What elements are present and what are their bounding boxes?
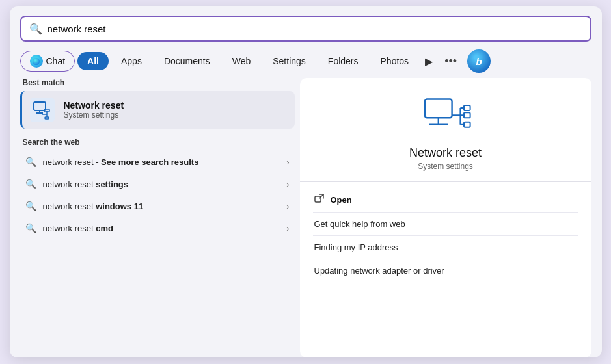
tab-apps-label: Apps xyxy=(121,56,142,66)
web-item-0[interactable]: 🔍 network reset - See more search result… xyxy=(20,151,295,173)
tab-photos-label: Photos xyxy=(381,56,409,66)
web-item-1[interactable]: 🔍 network reset settings › xyxy=(20,173,295,195)
tab-apps[interactable]: Apps xyxy=(111,52,152,70)
svg-rect-19 xyxy=(464,122,470,127)
search-panel: 🔍 Chat All Apps Documents Web Se xyxy=(10,6,602,358)
detail-title: Network reset xyxy=(409,146,482,160)
tab-folders-label: Folders xyxy=(328,56,359,66)
web-item-3[interactable]: 🔍 network reset cmd › xyxy=(20,217,295,239)
tab-all[interactable]: All xyxy=(77,52,109,70)
external-link-icon xyxy=(314,194,324,205)
tab-photos[interactable]: Photos xyxy=(371,52,419,70)
web-item-text-1: network reset settings xyxy=(43,179,129,189)
tab-settings-label: Settings xyxy=(273,56,306,66)
best-match-icon xyxy=(30,98,55,122)
svg-point-0 xyxy=(33,57,40,64)
web-item-arrow-1: › xyxy=(286,179,289,189)
action-findip[interactable]: Finding my IP address xyxy=(313,236,578,259)
action-open-label: Open xyxy=(331,195,352,205)
play-button[interactable]: ▶ xyxy=(421,52,437,71)
action-quickhelp-label: Get quick help from web xyxy=(314,219,405,229)
web-item-text-0: network reset - See more search results xyxy=(43,157,199,167)
svg-rect-17 xyxy=(464,105,470,110)
detail-header: Network reset System settings xyxy=(300,78,591,182)
svg-rect-18 xyxy=(464,112,470,118)
content-row: Best match xyxy=(20,78,591,358)
svg-rect-9 xyxy=(425,99,452,118)
search-web-icon-3: 🔍 xyxy=(25,223,36,233)
action-quickhelp[interactable]: Get quick help from web xyxy=(313,213,578,236)
tabs-row: Chat All Apps Documents Web Settings Fol… xyxy=(20,49,591,73)
web-item-arrow-0: › xyxy=(286,157,289,167)
action-findip-label: Finding my IP address xyxy=(314,242,398,252)
web-item-text-3: network reset cmd xyxy=(43,224,113,233)
detail-actions: Open Get quick help from web Finding my … xyxy=(300,187,591,282)
tab-web[interactable]: Web xyxy=(223,52,261,70)
action-open[interactable]: Open xyxy=(313,187,578,213)
best-match-label: Best match xyxy=(20,78,295,87)
right-pane: Network reset System settings Open Get xyxy=(300,78,591,358)
web-item-text-2: network reset windows 11 xyxy=(43,202,144,211)
web-items: 🔍 network reset - See more search result… xyxy=(20,151,295,239)
best-match-text: Network reset System settings xyxy=(64,100,124,120)
web-item-2[interactable]: 🔍 network reset windows 11 › xyxy=(20,195,295,217)
tab-documents-label: Documents xyxy=(164,56,210,66)
search-bar-row: 🔍 xyxy=(20,16,591,42)
left-pane: Best match xyxy=(20,78,300,358)
search-web-icon-2: 🔍 xyxy=(25,201,36,211)
tab-folders[interactable]: Folders xyxy=(318,52,368,70)
action-updateadapter[interactable]: Updating network adapter or driver xyxy=(313,259,578,282)
chat-icon xyxy=(30,55,43,68)
bing-button[interactable]: b xyxy=(467,49,491,73)
bing-icon: b xyxy=(476,56,482,67)
tab-documents[interactable]: Documents xyxy=(154,52,220,70)
svg-rect-6 xyxy=(45,117,49,119)
search-bar: 🔍 xyxy=(20,16,591,42)
best-match-item[interactable]: Network reset System settings xyxy=(20,91,295,129)
search-input[interactable] xyxy=(48,23,582,34)
tab-chat-label: Chat xyxy=(46,56,66,66)
search-web-icon-0: 🔍 xyxy=(25,157,36,167)
search-icon: 🔍 xyxy=(29,23,42,35)
tab-all-label: All xyxy=(87,56,99,66)
search-web-icon-1: 🔍 xyxy=(25,179,36,189)
action-updateadapter-label: Updating network adapter or driver xyxy=(314,266,444,276)
best-match-subtitle: System settings xyxy=(64,110,124,120)
web-search-label: Search the web xyxy=(20,138,295,147)
tab-web-label: Web xyxy=(232,56,251,66)
web-item-arrow-2: › xyxy=(286,202,289,211)
best-match-title: Network reset xyxy=(64,100,124,110)
svg-rect-1 xyxy=(34,102,46,110)
tab-settings[interactable]: Settings xyxy=(263,52,316,70)
detail-subtitle: System settings xyxy=(418,162,473,171)
tab-chat[interactable]: Chat xyxy=(20,51,75,72)
more-button[interactable]: ••• xyxy=(439,51,462,72)
detail-network-icon xyxy=(420,96,472,138)
web-item-arrow-3: › xyxy=(286,224,289,233)
